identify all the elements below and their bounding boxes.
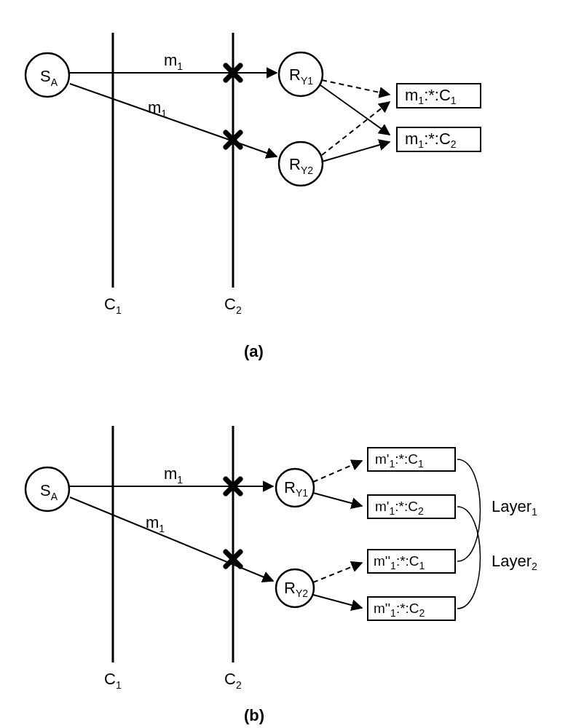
c2-label: C2 — [224, 295, 242, 316]
msg-arrow-to-ry2 — [70, 84, 277, 157]
ry1-to-box1-dashed — [322, 80, 390, 95]
ry2-to-box2-solid — [322, 142, 390, 162]
ry1-to-b2-solid — [313, 493, 362, 506]
c2-label-b: C2 — [224, 670, 242, 691]
layer1-label: Layer1 — [492, 497, 537, 518]
diagram-a: SA m1 m1 RY1 RY2 m1:*:C1 m1:*:C2 C1 C2 (… — [25, 33, 481, 360]
layer1-bracket — [457, 459, 481, 561]
diagram-b: SA m1 m1 RY1 RY2 m'1:*:C1 m'1:*:C2 m''1:… — [25, 426, 537, 724]
ry1-to-b1-dashed — [313, 461, 362, 482]
receiver-ry2 — [279, 142, 323, 186]
layer2-bracket — [457, 507, 481, 609]
msg-arrow-ry2-b — [70, 497, 273, 581]
ry2-to-b4-solid — [313, 595, 362, 608]
ry2-to-b3-dashed — [313, 563, 362, 582]
caption-a: (a) — [244, 342, 264, 360]
receiver-ry1 — [279, 52, 323, 96]
c1-label-b: C1 — [104, 670, 122, 691]
out-box-c1-text: m1:*:C1 — [405, 86, 457, 106]
msg-label-top: m1 — [164, 51, 183, 72]
out-box-c2-text: m1:*:C2 — [405, 130, 457, 150]
msg-label-bot-b: m1 — [146, 513, 165, 534]
msg-label-bot: m1 — [148, 98, 167, 119]
layer2-label: Layer2 — [492, 552, 537, 572]
msg-label-top-b: m1 — [164, 464, 183, 486]
caption-b: (b) — [244, 706, 264, 724]
c1-label: C1 — [104, 295, 122, 316]
